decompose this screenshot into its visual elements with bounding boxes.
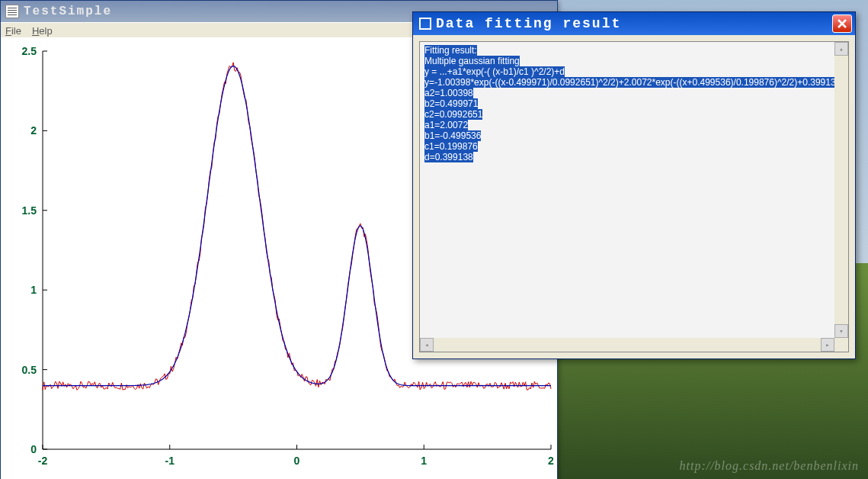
scroll-right-icon[interactable]: ▸ <box>821 338 834 352</box>
menu-file[interactable]: File <box>5 25 21 37</box>
scroll-left-icon[interactable]: ◂ <box>420 338 434 352</box>
svg-text:1.5: 1.5 <box>22 204 37 217</box>
data-fitting-result-window: Data fitting result Fitting result:Multi… <box>412 11 856 359</box>
svg-text:0: 0 <box>294 455 300 467</box>
svg-text:2: 2 <box>30 124 37 137</box>
svg-text:1: 1 <box>30 284 37 296</box>
svg-text:2.5: 2.5 <box>22 45 37 57</box>
close-button[interactable] <box>832 14 852 33</box>
scroll-down-icon[interactable]: ▾ <box>834 324 848 338</box>
horizontal-scrollbar[interactable]: ◂ ▸ <box>420 338 834 352</box>
watermark-text: http://blog.csdn.net/benbenlixin <box>679 459 859 473</box>
main-title: TestSimple <box>24 5 112 18</box>
svg-text:0.5: 0.5 <box>22 364 37 376</box>
scroll-up-icon[interactable]: ▴ <box>834 42 848 56</box>
window-icon <box>419 18 431 30</box>
popup-titlebar[interactable]: Data fitting result <box>413 12 855 35</box>
vertical-scrollbar[interactable]: ▴ ▾ <box>834 42 848 338</box>
popup-body: Fitting result:Multiple gaussian fitting… <box>419 41 849 352</box>
menu-help[interactable]: Help <box>32 25 53 37</box>
close-icon <box>837 18 847 29</box>
svg-text:1: 1 <box>421 455 427 467</box>
svg-text:-1: -1 <box>165 455 175 467</box>
popup-title: Data fitting result <box>436 16 621 31</box>
svg-text:0: 0 <box>30 443 37 455</box>
svg-text:2: 2 <box>548 455 554 467</box>
app-icon <box>5 5 19 18</box>
scroll-corner <box>834 338 848 352</box>
fitting-result-text[interactable]: Fitting result:Multiple gaussian fitting… <box>420 42 848 352</box>
svg-text:-2: -2 <box>38 455 48 467</box>
